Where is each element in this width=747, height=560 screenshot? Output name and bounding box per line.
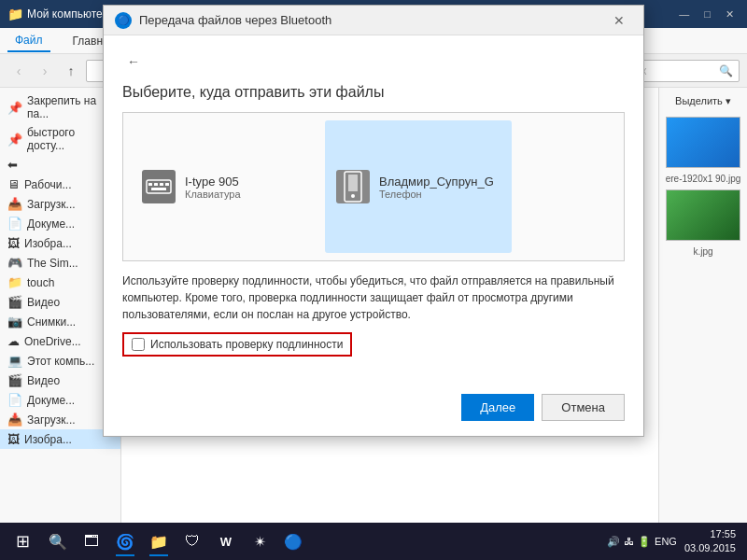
taskbar-edge[interactable]: 🌀 — [108, 525, 142, 558]
svg-rect-1 — [148, 183, 152, 186]
downloads-icon: 📥 — [7, 197, 22, 211]
device-type-keyboard: Клавиатура — [185, 189, 241, 200]
sims-icon: 🎮 — [7, 256, 22, 270]
tray-battery[interactable]: 🔋 — [638, 536, 651, 548]
taskbar-multitask[interactable]: 🗔 — [75, 525, 108, 558]
desktop-icon: 🖥 — [7, 177, 20, 191]
tab-file[interactable]: Файл — [7, 30, 50, 52]
back-icon: ⬅ — [7, 158, 18, 172]
taskbar-date-value: 03.09.2015 — [684, 541, 736, 555]
sidebar-label-video2: Видео — [27, 374, 60, 387]
thumb-1 — [666, 117, 740, 168]
tray-sound[interactable]: 🔊 — [607, 536, 620, 548]
sidebar-label-desktop: Рабочи... — [24, 178, 72, 191]
device-info-keyboard: I-type 905 Клавиатура — [185, 175, 241, 200]
dialog-bt-icon: 🔵 — [115, 12, 132, 29]
taskbar: ⊞ 🔍 🗔 🌀 📁 🛡 W ✴ 🔵 🔊 🖧 🔋 ENG 17:55 03.09.… — [0, 523, 747, 560]
device-info-phone: Владмир_Супрун_G Телефон — [379, 175, 494, 200]
start-button[interactable]: ⊞ — [4, 523, 41, 560]
sidebar-label-pin2: быстрого досту... — [27, 126, 113, 152]
svg-rect-3 — [160, 183, 163, 186]
search-icon: 🔍 — [719, 64, 733, 77]
up-btn[interactable]: ↑ — [60, 60, 82, 82]
tray-network[interactable]: 🖧 — [624, 536, 634, 547]
fe-minimize-btn[interactable]: — — [673, 8, 695, 20]
dialog-subtitle: Выберите, куда отправить эти файлы — [122, 84, 625, 101]
phone-icon — [336, 170, 370, 203]
svg-rect-2 — [154, 183, 158, 186]
taskbar-time-value: 17:55 — [684, 527, 736, 541]
sidebar-label-thispc: Этот компь... — [27, 355, 94, 368]
cancel-button[interactable]: Отмена — [542, 394, 625, 421]
device-list: I-type 905 Клавиатура Владмир_Супрун_G Т… — [122, 112, 625, 261]
thispc-icon: 💻 — [7, 354, 22, 368]
images-icon: 🖼 — [7, 236, 20, 250]
touch-icon: 📁 — [7, 275, 22, 289]
auth-checkbox-label: Использовать проверку подлинности — [150, 338, 343, 351]
sidebar-label-documents: Докуме... — [27, 217, 75, 231]
device-type-phone: Телефон — [379, 189, 494, 200]
pin2-icon: 📌 — [7, 133, 22, 147]
taskbar-shield[interactable]: 🛡 — [176, 525, 209, 558]
dialog-auth-text: Используйте проверку подлинности, чтобы … — [122, 273, 625, 323]
taskbar-store[interactable]: W — [209, 525, 243, 558]
sidebar-label-pin1: Закрепить на па... — [27, 94, 113, 120]
thumb-2 — [666, 189, 740, 241]
taskbar-tray: 🔊 🖧 🔋 ENG — [607, 536, 677, 548]
fe-maximize-btn[interactable]: □ — [698, 8, 716, 20]
device-item-phone[interactable]: Владмир_Супрун_G Телефон — [325, 120, 512, 253]
sidebar-label-sims: The Sim... — [27, 257, 78, 270]
taskbar-clock[interactable]: 17:55 03.09.2015 — [677, 527, 743, 556]
auth-checkbox-row: Использовать проверку подлинности — [122, 332, 625, 371]
taskbar-word[interactable]: ✴ — [243, 525, 276, 558]
documents-icon: 📄 — [7, 217, 22, 231]
next-button[interactable]: Далее — [461, 394, 534, 421]
dialog-back-btn[interactable]: ← — [122, 50, 145, 73]
svg-rect-4 — [165, 183, 169, 186]
sidebar-label-images: Изобра... — [24, 237, 72, 250]
device-name-phone: Владмир_Супрун_G — [379, 175, 494, 189]
dialog-title: Передача файлов через Bluetooth — [139, 13, 599, 27]
thumb-img-1 — [667, 118, 740, 168]
device-name-keyboard: I-type 905 — [185, 175, 241, 189]
fe-window-icon: 📁 — [7, 7, 23, 21]
img2-icon: 🖼 — [7, 432, 20, 446]
forward-btn[interactable]: › — [34, 60, 56, 82]
dialog-nav: ← — [122, 50, 625, 73]
taskbar-explorer[interactable]: 📁 — [142, 525, 176, 558]
thumb-2-label: k.jpg — [693, 246, 712, 257]
thumb-1-label: ere-1920x1 90.jpg — [666, 174, 741, 184]
dialog-body: ← Выберите, куда отправить эти файлы — [104, 35, 643, 386]
sidebar-label-downloads: Загрузк... — [27, 198, 76, 211]
sidebar-label-touch: touch — [27, 276, 54, 289]
auth-checkbox[interactable] — [132, 338, 145, 351]
doc2-icon: 📄 — [7, 393, 22, 407]
svg-rect-0 — [147, 180, 171, 193]
taskbar-bluetooth[interactable]: 🔵 — [276, 525, 310, 558]
thumb-img-2 — [667, 190, 740, 241]
fe-right-panel: Выделить ▾ ere-1920x1 90.jpg k.jpg — [658, 88, 747, 539]
sidebar-label-onedrive: OneDrive... — [24, 335, 81, 348]
keyboard-icon — [142, 170, 176, 203]
back-btn[interactable]: ‹ — [7, 60, 30, 82]
select-btn[interactable]: Выделить ▾ — [666, 91, 740, 111]
video-icon: 🎬 — [7, 295, 22, 309]
svg-rect-7 — [348, 175, 358, 191]
sidebar-label-doc2: Докуме... — [27, 394, 75, 407]
svg-point-8 — [351, 194, 355, 198]
tray-lang[interactable]: ENG — [655, 536, 677, 547]
pin-icon: 📌 — [7, 101, 22, 115]
dialog-close-button[interactable]: ✕ — [606, 7, 632, 34]
dialog-titlebar: 🔵 Передача файлов через Bluetooth ✕ — [104, 6, 643, 35]
sidebar-label-screenshots: Снимки... — [27, 315, 76, 329]
taskbar-search[interactable]: 🔍 — [41, 525, 75, 558]
svg-rect-5 — [151, 188, 166, 190]
sidebar-label-img2: Изобра... — [24, 433, 72, 446]
video2-icon: 🎬 — [7, 373, 22, 387]
dialog-footer: Далее Отмена — [104, 386, 643, 436]
sidebar-label-dl2: Загрузк... — [27, 413, 76, 427]
bluetooth-dialog: 🔵 Передача файлов через Bluetooth ✕ ← Вы… — [103, 5, 644, 437]
sidebar-label-video: Видео — [27, 296, 60, 309]
device-item-keyboard[interactable]: I-type 905 Клавиатура — [131, 120, 317, 253]
fe-close-btn[interactable]: ✕ — [720, 8, 740, 21]
